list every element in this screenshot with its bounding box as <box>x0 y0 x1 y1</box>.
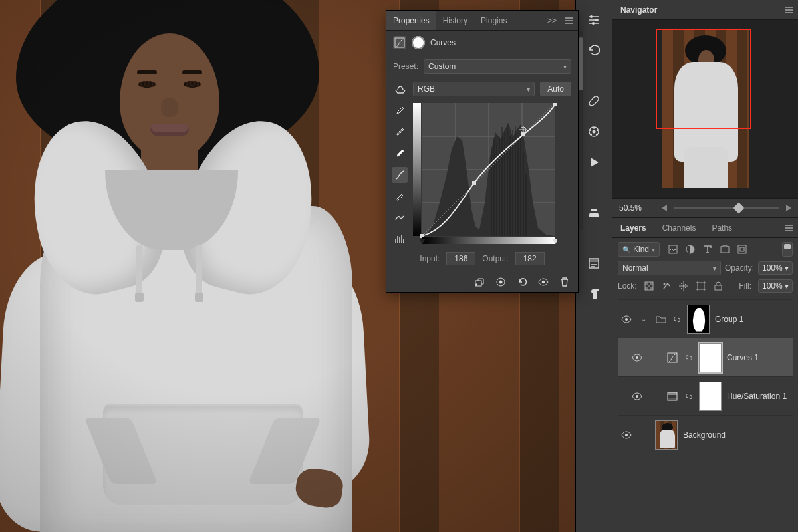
svg-point-4 <box>593 130 596 134</box>
filter-type-icon[interactable] <box>702 244 713 255</box>
filter-shape-icon[interactable] <box>720 244 730 255</box>
layer-row-huesat1[interactable]: Hue/Saturation 1 <box>618 376 793 415</box>
layer-name[interactable]: Curves 1 <box>727 353 759 362</box>
layer-name[interactable]: Background <box>683 430 726 440</box>
curve-pencil-tool-icon[interactable] <box>392 188 408 204</box>
layers-menu-icon[interactable] <box>781 223 798 233</box>
link-icon[interactable] <box>684 352 694 363</box>
lock-image-icon[interactable] <box>661 281 672 291</box>
curve-smooth-icon[interactable] <box>392 209 408 225</box>
tab-history[interactable]: History <box>436 11 474 30</box>
filter-smartobject-icon[interactable] <box>737 244 747 255</box>
visibility-toggle-icon[interactable] <box>620 314 632 325</box>
svg-rect-55 <box>698 283 704 289</box>
delete-adjustment-icon[interactable] <box>559 277 570 287</box>
auto-button[interactable]: Auto <box>540 82 571 96</box>
hue-saturation-layer-icon <box>666 390 679 403</box>
group-collapse-icon[interactable]: ⌄ <box>638 315 650 323</box>
brush-icon[interactable] <box>586 93 602 109</box>
curves-adjustment-icon <box>393 36 406 49</box>
svg-point-64 <box>625 434 628 436</box>
channel-select[interactable]: RGB▾ <box>413 82 535 96</box>
navigator-menu-icon[interactable] <box>781 5 798 15</box>
navigator-view[interactable] <box>612 20 798 198</box>
histogram-options-icon[interactable] <box>392 231 408 247</box>
lock-transparent-icon[interactable] <box>644 281 654 291</box>
svg-point-9 <box>590 130 591 131</box>
lock-artboard-icon[interactable] <box>696 281 706 291</box>
filter-pixel-icon[interactable] <box>668 244 678 255</box>
curve-point-tool-icon[interactable] <box>392 167 408 183</box>
layer-filter-kind[interactable]: 🔍 Kind ▾ <box>618 242 660 257</box>
preset-select[interactable]: Custom▾ <box>424 59 571 74</box>
history-icon[interactable] <box>586 43 602 59</box>
tab-layers[interactable]: Layers <box>612 218 654 237</box>
curves-layer-icon <box>666 351 679 364</box>
tab-paths[interactable]: Paths <box>704 218 740 237</box>
layer-mask-icon[interactable] <box>412 36 425 49</box>
view-previous-state-icon[interactable] <box>495 277 506 287</box>
zoom-slider[interactable] <box>674 207 779 209</box>
finger-scrubby-icon[interactable] <box>393 82 408 96</box>
clone-stamp-icon[interactable] <box>586 205 602 221</box>
layer-mask-thumbnail[interactable] <box>699 382 722 411</box>
opacity-value[interactable]: 100%▾ <box>758 261 793 275</box>
tab-navigator[interactable]: Navigator <box>612 0 665 19</box>
lock-all-icon[interactable] <box>713 281 724 291</box>
panel-expand-icon[interactable]: >> <box>543 16 561 25</box>
photo-face <box>120 33 219 160</box>
tab-plugins[interactable]: Plugins <box>474 11 513 30</box>
actions-play-icon[interactable] <box>586 154 602 170</box>
paragraph-icon[interactable] <box>586 286 602 302</box>
folder-icon <box>655 314 667 325</box>
svg-rect-56 <box>715 285 722 290</box>
svg-rect-52 <box>740 247 744 251</box>
panel-tab-bar: Properties History Plugins >> <box>386 11 578 31</box>
panel-menu-icon[interactable] <box>561 15 578 26</box>
input-value[interactable]: 186 <box>446 252 475 265</box>
layer-row-background[interactable]: Background <box>618 415 793 454</box>
tab-properties[interactable]: Properties <box>386 11 436 30</box>
opacity-label: Opacity: <box>725 263 754 273</box>
visibility-toggle-icon[interactable] <box>631 391 643 402</box>
eyedropper-black-icon[interactable] <box>392 103 408 119</box>
output-value[interactable]: 182 <box>515 252 545 265</box>
svg-point-46 <box>499 280 503 283</box>
visibility-toggle-icon[interactable] <box>620 430 632 440</box>
link-icon[interactable] <box>684 391 694 402</box>
panel-scrollbar[interactable] <box>579 31 583 230</box>
zoom-out-icon[interactable] <box>662 205 667 211</box>
fill-label: Fill: <box>739 281 751 291</box>
right-panel-column: Navigator 50.5% Layers Channels Paths 🔍 … <box>612 0 798 532</box>
fill-value[interactable]: 100%▾ <box>758 279 793 293</box>
eyedropper-white-icon[interactable] <box>392 146 408 162</box>
curves-graph[interactable] <box>413 103 571 247</box>
layer-name[interactable]: Hue/Saturation 1 <box>727 392 787 401</box>
info-icon[interactable] <box>586 255 602 271</box>
filter-adjustment-icon[interactable] <box>685 244 696 255</box>
toggle-visibility-icon[interactable] <box>538 277 549 287</box>
swatches-icon[interactable] <box>586 124 602 140</box>
layer-name[interactable]: Group 1 <box>715 315 743 324</box>
lock-label: Lock: <box>618 281 637 291</box>
filter-toggle[interactable] <box>782 242 793 257</box>
reset-icon[interactable] <box>517 277 527 287</box>
eyedropper-gray-icon[interactable] <box>392 124 408 140</box>
navigator-viewport-box[interactable] <box>656 29 751 129</box>
layer-thumbnail[interactable] <box>655 420 678 450</box>
zoom-in-icon[interactable] <box>786 205 791 211</box>
visibility-toggle-icon[interactable] <box>631 352 643 363</box>
svg-rect-50 <box>721 247 729 253</box>
zoom-percentage[interactable]: 50.5% <box>619 203 655 213</box>
layer-row-curves1[interactable]: Curves 1 <box>618 338 793 376</box>
adjustments-icon[interactable] <box>586 12 602 28</box>
layer-mask-thumbnail[interactable] <box>699 343 722 372</box>
layer-row-group1[interactable]: ⌄ Group 1 <box>618 299 793 338</box>
clip-to-layer-icon[interactable] <box>474 277 485 287</box>
blend-mode-select[interactable]: Normal▾ <box>618 261 721 275</box>
link-icon[interactable] <box>672 314 682 325</box>
tab-channels[interactable]: Channels <box>654 218 704 237</box>
lock-position-icon[interactable] <box>678 281 689 291</box>
group-mask-thumbnail[interactable] <box>687 305 710 334</box>
svg-point-47 <box>542 280 545 283</box>
